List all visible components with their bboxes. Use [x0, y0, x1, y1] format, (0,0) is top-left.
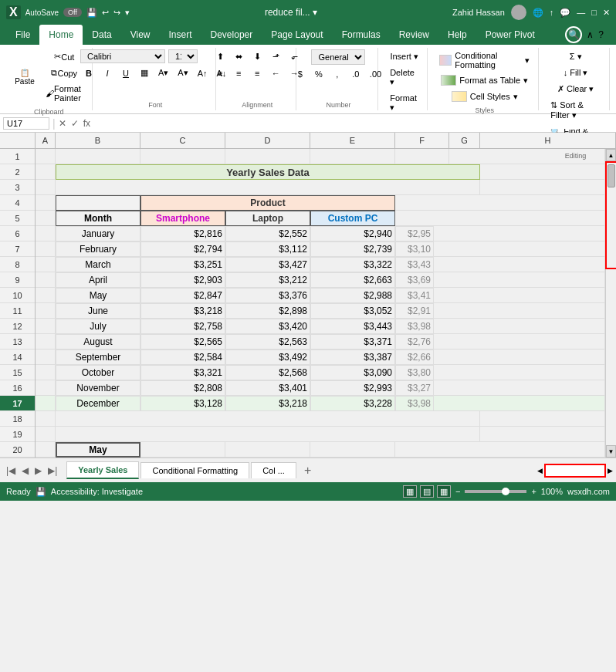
row-4[interactable]: 4: [0, 195, 35, 211]
cell-a8[interactable]: [36, 257, 56, 272]
cell-e6-custompc[interactable]: $2,940: [310, 226, 395, 241]
cell-g16[interactable]: [434, 380, 605, 396]
cell-d1[interactable]: [225, 149, 310, 164]
format-as-table-button[interactable]: Format as Table ▾: [437, 73, 532, 87]
undo-icon[interactable]: ↩: [102, 8, 109, 18]
horizontal-scrollbar[interactable]: ◀ ▶: [534, 464, 616, 478]
col-header-c[interactable]: C: [140, 133, 225, 148]
conditional-formatting-button[interactable]: Conditional Formatting ▾: [435, 49, 533, 71]
cell-b9-month[interactable]: April: [56, 272, 140, 288]
cell-g13[interactable]: [434, 334, 605, 350]
cell-b3[interactable]: [56, 180, 480, 195]
insert-cells-button[interactable]: Insert ▾: [386, 49, 422, 64]
cell-b20-may[interactable]: May: [56, 442, 140, 458]
cell-e9-custompc[interactable]: $2,663: [310, 272, 395, 288]
underline-button[interactable]: U: [117, 66, 134, 80]
tab-power-pivot[interactable]: Power Pivot: [476, 25, 544, 45]
align-bottom-button[interactable]: ⬇: [249, 49, 266, 64]
cell-d13-laptop[interactable]: $2,563: [225, 334, 310, 350]
cell-f13-partial[interactable]: $2,76: [395, 334, 434, 350]
save-icon[interactable]: 💾: [86, 8, 97, 18]
wrap-text-button[interactable]: ⬏: [267, 49, 284, 64]
sheet-search-box[interactable]: [544, 464, 606, 478]
user-avatar[interactable]: [511, 5, 526, 20]
sheet-tab-yearly-sales[interactable]: Yearly Sales: [66, 461, 139, 479]
cell-d16-laptop[interactable]: $3,401: [225, 380, 310, 396]
cell-a6[interactable]: [36, 226, 56, 241]
cell-e1[interactable]: [310, 149, 395, 164]
cell-d15-laptop[interactable]: $2,568: [225, 365, 310, 380]
tab-view[interactable]: View: [121, 25, 160, 45]
cell-a10[interactable]: [36, 288, 56, 303]
cell-a18[interactable]: [36, 411, 56, 427]
row-17[interactable]: 17: [0, 396, 35, 411]
col-header-d[interactable]: D: [225, 133, 310, 148]
cell-a3[interactable]: [36, 180, 56, 195]
cell-d6-laptop[interactable]: $2,552: [225, 226, 310, 241]
cell-d11-laptop[interactable]: $2,898: [225, 303, 310, 319]
cell-a4[interactable]: [36, 195, 56, 211]
insert-function-icon[interactable]: fx: [83, 118, 90, 129]
cell-a16[interactable]: [36, 380, 56, 396]
cell-b7-month[interactable]: February: [56, 241, 140, 257]
cell-f8-partial[interactable]: $3,43: [395, 257, 434, 272]
row-7[interactable]: 7: [0, 241, 35, 257]
cell-c16-smartphone[interactable]: $2,808: [140, 380, 225, 396]
cell-c11-smartphone[interactable]: $3,218: [140, 303, 225, 319]
add-sheet-button[interactable]: +: [298, 461, 317, 481]
autosum-button[interactable]: Σ ▾: [566, 49, 586, 64]
cell-a13[interactable]: [36, 334, 56, 350]
cell-f19[interactable]: [480, 427, 605, 442]
cell-c13-smartphone[interactable]: $2,565: [140, 334, 225, 350]
page-layout-view-button[interactable]: ▤: [420, 485, 434, 498]
cell-b15-month[interactable]: October: [56, 365, 140, 380]
align-middle-button[interactable]: ⬌: [230, 49, 247, 64]
cell-f16-partial[interactable]: $3,27: [395, 380, 434, 396]
scrollbar-down-button[interactable]: ▼: [606, 445, 616, 458]
cell-b5-month-label[interactable]: Month: [56, 211, 140, 226]
cell-d20[interactable]: [225, 442, 310, 458]
sheet-prev-button[interactable]: ◀: [19, 465, 32, 476]
cell-b8-month[interactable]: March: [56, 257, 140, 272]
dropdown-icon[interactable]: ▾: [125, 8, 130, 18]
cell-e7-custompc[interactable]: $2,739: [310, 241, 395, 257]
cell-f3[interactable]: [480, 180, 605, 195]
paste-button[interactable]: 📋 Paste: [11, 58, 39, 96]
cell-c7-smartphone[interactable]: $2,794: [140, 241, 225, 257]
normal-view-button[interactable]: ▦: [403, 485, 417, 498]
cell-a1[interactable]: [36, 149, 56, 164]
cell-d17-laptop[interactable]: $3,218: [225, 396, 310, 411]
cell-g1[interactable]: [449, 149, 605, 164]
minimize-btn[interactable]: —: [577, 8, 585, 17]
col-header-g[interactable]: G: [449, 133, 480, 148]
cell-c8-smartphone[interactable]: $3,251: [140, 257, 225, 272]
cell-c9-smartphone[interactable]: $2,903: [140, 272, 225, 288]
scrollbar-up-button[interactable]: ▲: [606, 149, 616, 161]
scrollbar-track[interactable]: [606, 161, 616, 445]
cell-a15[interactable]: [36, 365, 56, 380]
row-6[interactable]: 6: [0, 226, 35, 241]
cell-b18[interactable]: [56, 411, 480, 427]
scrollbar-thumb[interactable]: [608, 164, 615, 187]
cell-b6-month[interactable]: January: [56, 226, 140, 241]
border-button[interactable]: ▦: [136, 66, 153, 80]
cell-d7-laptop[interactable]: $3,112: [225, 241, 310, 257]
tab-page-layout[interactable]: Page Layout: [262, 25, 332, 45]
cell-b19[interactable]: [56, 427, 480, 442]
cell-c15-smartphone[interactable]: $3,321: [140, 365, 225, 380]
ribbon-help-icon[interactable]: ?: [598, 29, 604, 40]
close-btn[interactable]: ✕: [603, 8, 610, 18]
cell-f7-partial[interactable]: $3,10: [395, 241, 434, 257]
cell-g14[interactable]: [434, 350, 605, 365]
cell-d8-laptop[interactable]: $3,427: [225, 257, 310, 272]
row-15[interactable]: 15: [0, 365, 35, 380]
page-break-view-button[interactable]: ▦: [437, 485, 451, 498]
cell-e11-custompc[interactable]: $3,052: [310, 303, 395, 319]
cell-e8-custompc[interactable]: $3,322: [310, 257, 395, 272]
cell-e14-custompc[interactable]: $3,387: [310, 350, 395, 365]
cell-g10[interactable]: [434, 288, 605, 303]
sheet-next-button[interactable]: ▶: [32, 465, 45, 476]
cell-c14-smartphone[interactable]: $2,584: [140, 350, 225, 365]
cell-b17-month[interactable]: December: [56, 396, 140, 411]
cell-d14-laptop[interactable]: $3,492: [225, 350, 310, 365]
